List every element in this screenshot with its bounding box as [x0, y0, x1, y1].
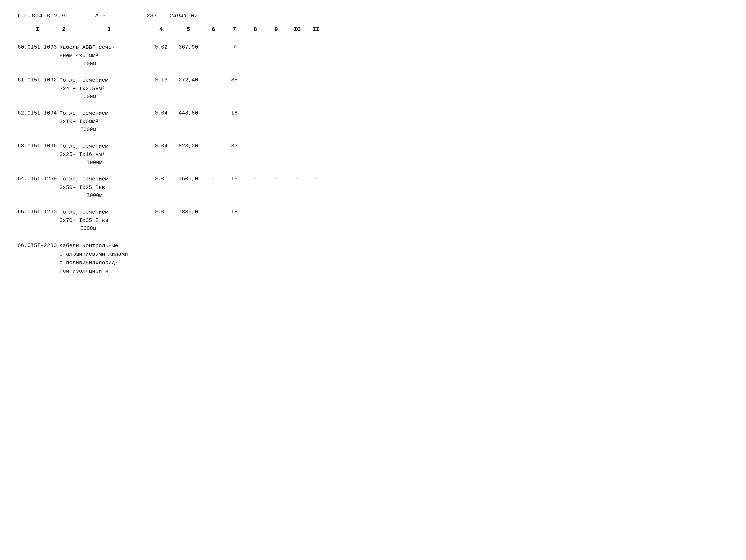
col-header-10: IO [287, 26, 308, 33]
row-61-desc: То же, сечением 3х4 + Iх2,5мм² I000м [59, 76, 149, 101]
row-63-c7: 33 [224, 142, 245, 150]
col-header-7: 7 [224, 26, 245, 33]
row-61-c8: – [245, 76, 266, 84]
table-row: 62.СI5I–I094 · · То же, сечением 3хI0+ I… [17, 105, 729, 135]
row-66-desc: Кабели контрольные с алюминиевыми жилами… [59, 242, 149, 275]
table-row: 60.СI5I–I093 Кабель АВВГ сече- нием 4х6 … [17, 39, 729, 69]
row-65-c8: – [245, 208, 266, 216]
row-61-c4: 0,I3 [149, 76, 174, 84]
row-62-c9: – [266, 109, 287, 117]
col-header-6: 6 [203, 26, 224, 33]
header-page-num: 237 [146, 12, 157, 19]
col-header-11: II [308, 26, 324, 33]
row-63-c9: – [266, 142, 287, 150]
col-header-3: 3 [69, 26, 149, 33]
row-60-c10: – [287, 43, 308, 51]
row-65-c4: 0,0I [149, 208, 174, 216]
header-code: Т.П.8I4-8-2.9I [17, 12, 80, 19]
row-63-c10: – [287, 142, 308, 150]
row-60-desc: Кабель АВВГ сече- нием 4х6 мм² I000м [59, 43, 149, 68]
row-62-c11: – [308, 109, 324, 117]
row-61-c9: – [266, 76, 287, 84]
row-60-c4: 0,02 [149, 43, 174, 51]
row-61-c5: 272,40 [174, 76, 203, 84]
row-65-c9: – [266, 208, 287, 216]
row-62-c4: 0,04 [149, 109, 174, 117]
row-63-desc: То же, сечением 3х25+ Iх16 мм² · I000м [59, 142, 149, 167]
row-65-num: 65.СI5I–I260 · · [17, 208, 59, 223]
row-64-c9: – [266, 175, 287, 183]
row-60-c11: – [308, 43, 324, 51]
header-doc-num: 24941-07 [170, 12, 198, 19]
row-63-c5: 823,20 [174, 142, 203, 150]
row-61-c7: 35 [224, 76, 245, 84]
row-60-c6: – [203, 43, 224, 51]
row-60-c9: – [266, 43, 287, 51]
row-61-c11: – [308, 76, 324, 84]
row-61-c6: – [203, 76, 224, 84]
row-66-num: 66.СI5I–2280 [17, 242, 59, 250]
row-64-c4: 0,0I [149, 175, 174, 183]
row-60-num: 60.СI5I–I093 [17, 43, 59, 51]
table-row: 64.СI5I–I259 · · То же, сечением 3х50+ I… [17, 171, 729, 200]
row-65-c6: – [203, 208, 224, 216]
column-headers-row: I 2 3 4 5 6 7 8 9 IO II [17, 23, 729, 35]
row-62-c6: – [203, 109, 224, 117]
row-63-c8: – [245, 142, 266, 150]
row-62-c8: – [245, 109, 266, 117]
table-body: 60.СI5I–I093 Кабель АВВГ сече- нием 4х6 … [17, 39, 729, 276]
row-63-c11: – [308, 142, 324, 150]
header-section: А-5 [80, 12, 121, 19]
col-header-2: 2 [59, 26, 69, 33]
row-64-c10: – [287, 175, 308, 183]
row-60-c7: 7 [224, 43, 245, 51]
row-61-num: 6I.СI5I–I092 · [17, 76, 59, 91]
row-64-c11: – [308, 175, 324, 183]
row-64-c6: – [203, 175, 224, 183]
col-header-9: 9 [266, 26, 287, 33]
row-63-c6: – [203, 142, 224, 150]
col-header-4: 4 [149, 26, 174, 33]
row-61-c10: – [287, 76, 308, 84]
row-63-num: 63.СI5I–I096 · [17, 142, 59, 157]
row-65-c10: – [287, 208, 308, 216]
col-header-8: 8 [245, 26, 266, 33]
header-row: Т.П.8I4-8-2.9I А-5 237 24941-07 [17, 12, 729, 19]
row-64-num: 64.СI5I–I259 · · [17, 175, 59, 190]
col-header-5: 5 [174, 26, 203, 33]
row-64-c8: – [245, 175, 266, 183]
row-60-c8: – [245, 43, 266, 51]
row-62-c5: 448,80 [174, 109, 203, 117]
row-60-c5: 367,90 [174, 43, 203, 51]
row-64-c7: I5 [224, 175, 245, 183]
row-65-c11: – [308, 208, 324, 216]
row-62-c10: – [287, 109, 308, 117]
row-63-c4: 0,04 [149, 142, 174, 150]
row-62-num: 62.СI5I–I094 · · [17, 109, 59, 124]
table-row: 6I.СI5I–I092 · То же, сечением 3х4 + Iх2… [17, 72, 729, 102]
col-header-1: I [17, 26, 59, 33]
row-65-c5: I836,0 [174, 208, 203, 216]
row-65-c7: I8 [224, 208, 245, 216]
row-62-desc: То же, сечением 3хI0+ Iх6мм² I000м [59, 109, 149, 134]
page-container: Т.П.8I4-8-2.9I А-5 237 24941-07 I 2 3 4 … [17, 12, 729, 276]
row-64-c5: I500,0 [174, 175, 203, 183]
table-row: 66.СI5I–2280 Кабели контрольные с алюмин… [17, 238, 729, 276]
row-62-c7: I8 [224, 109, 245, 117]
table-row: 65.СI5I–I260 · · То же, сечением 3х70+ I… [17, 204, 729, 234]
row-64-desc: То же, сечением 3х50+ Iх25 Iкв · I000м [59, 175, 149, 200]
table-row: 63.СI5I–I096 · То же, сечением 3х25+ Iх1… [17, 138, 729, 168]
row-65-desc: То же, сечением 3х70+ Iх35 I кв I000м [59, 208, 149, 233]
